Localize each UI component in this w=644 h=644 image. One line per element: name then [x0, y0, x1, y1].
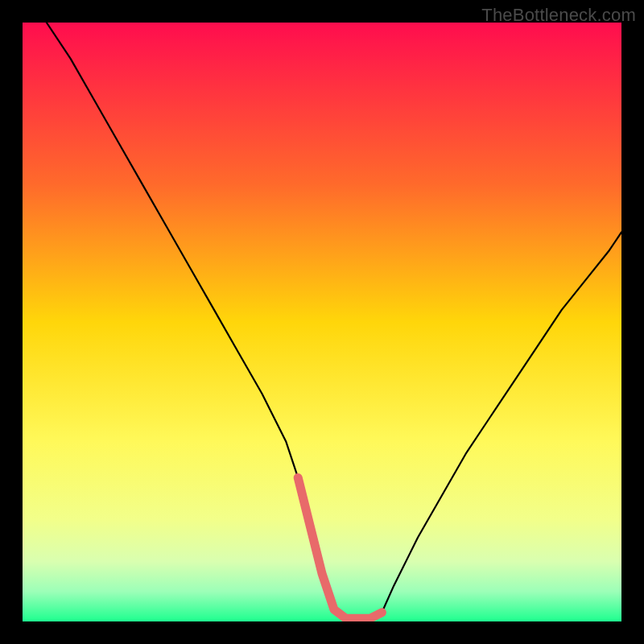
plot-area	[23, 23, 621, 621]
highlight-segment	[298, 477, 382, 618]
main-curve	[47, 23, 621, 618]
curve-layer	[23, 23, 621, 621]
watermark-text: TheBottleneck.com	[481, 5, 636, 26]
